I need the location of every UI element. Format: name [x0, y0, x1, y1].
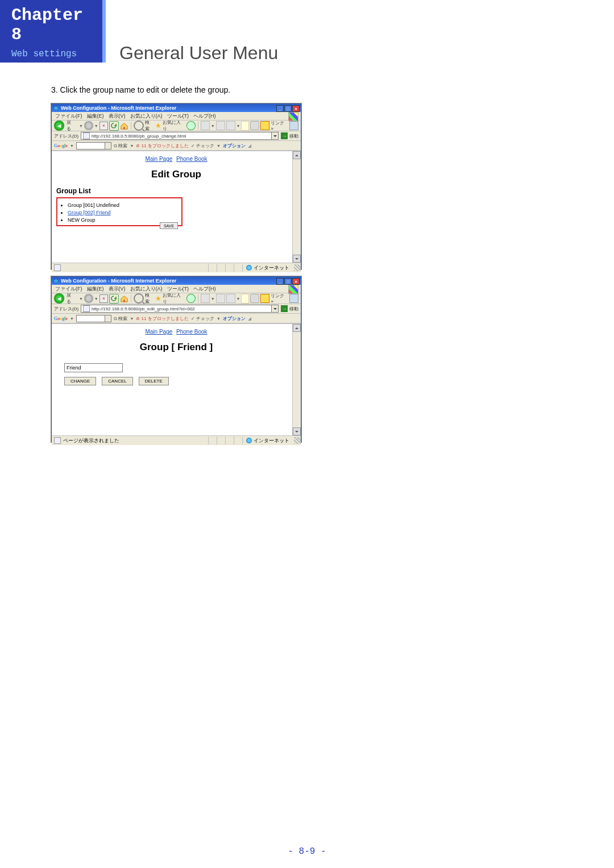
search-icon[interactable] [134, 293, 144, 304]
group-item-001: Group [001] Undefined [68, 202, 179, 209]
google-logo[interactable]: Google [54, 143, 68, 148]
menu-help[interactable]: ヘルプ(H) [193, 113, 216, 120]
minimize-button[interactable]: _ [276, 105, 284, 112]
tools-button[interactable] [250, 294, 259, 303]
back-button[interactable]: ◀ [54, 293, 64, 304]
address-input[interactable]: http://192.168.0.5:8080/pb_group_change.… [81, 132, 279, 140]
menu-favorites[interactable]: お気に入り(A) [130, 285, 163, 293]
notes-button[interactable] [241, 294, 249, 304]
links-label[interactable]: リンク » [271, 293, 288, 304]
history-button[interactable] [186, 121, 196, 130]
menu-file[interactable]: ファイル(F) [55, 113, 82, 120]
status-page-icon [54, 437, 61, 444]
content-pane-group-friend: Main Page Phone Book Group [ Friend ] CH… [52, 323, 301, 435]
back-label: 戻る [67, 119, 76, 132]
print-button[interactable] [216, 294, 225, 303]
extra-button[interactable] [260, 294, 269, 303]
menu-view[interactable]: 表示(V) [109, 285, 126, 293]
home-button[interactable] [120, 122, 128, 130]
windows-flag-icon [288, 112, 298, 121]
google-search-input[interactable] [76, 142, 111, 149]
ie-icon [53, 279, 59, 284]
edit-button[interactable] [226, 121, 235, 130]
address-input[interactable]: http://192.168.0.5:8080/pb_edit_group.ht… [81, 305, 279, 313]
maximize-button[interactable]: □ [284, 105, 292, 112]
menu-edit[interactable]: 編集(E) [87, 113, 104, 120]
stop-button[interactable]: × [99, 122, 108, 130]
resize-grip[interactable] [294, 264, 301, 271]
go-button[interactable]: →移動 [281, 305, 298, 312]
menu-view[interactable]: 表示(V) [109, 113, 126, 120]
menu-tools[interactable]: ツール(T) [167, 285, 189, 293]
refresh-button[interactable] [109, 121, 119, 131]
link-icon[interactable] [289, 121, 298, 130]
change-button[interactable]: CHANGE [64, 377, 96, 385]
status-text: ページが表示されました [63, 437, 119, 445]
group-list-label: Group List [56, 187, 301, 195]
favorites-icon[interactable]: ★ [155, 294, 161, 302]
address-url: http://192.168.0.5:8080/pb_edit_group.ht… [92, 306, 195, 312]
mail-button[interactable] [201, 121, 210, 130]
status-bar: インターネット [52, 263, 301, 272]
google-search-label[interactable]: G 検索 [114, 315, 127, 322]
menu-tools[interactable]: ツール(T) [167, 113, 189, 120]
tools-button[interactable] [250, 121, 259, 130]
google-blocked[interactable]: ⊘ 11 をブロックしました [136, 315, 188, 322]
refresh-button[interactable] [109, 294, 119, 304]
minimize-button[interactable]: _ [276, 278, 284, 285]
close-button[interactable]: × [292, 278, 300, 285]
menu-favorites[interactable]: お気に入り(A) [130, 113, 163, 120]
google-blocked[interactable]: ⊘ 11 をブロックしました [136, 143, 188, 149]
group-name-input[interactable] [64, 363, 123, 372]
search-icon[interactable] [134, 121, 144, 131]
window-title-bar[interactable]: Web Configuration - Microsoft Internet E… [52, 277, 301, 285]
google-options[interactable]: オプション [223, 315, 246, 322]
address-dropdown[interactable] [271, 132, 278, 139]
favorites-icon[interactable]: ★ [155, 122, 161, 130]
address-dropdown[interactable] [271, 305, 278, 312]
google-more-icon[interactable]: ◢ [248, 316, 251, 321]
menu-file[interactable]: ファイル(F) [55, 285, 82, 293]
google-logo[interactable]: Google [54, 316, 68, 321]
google-search-input[interactable] [76, 315, 111, 322]
print-button[interactable] [216, 121, 225, 130]
edit-button[interactable] [226, 294, 235, 303]
link-main-page[interactable]: Main Page [145, 156, 172, 162]
go-button[interactable]: →移動 [281, 132, 298, 139]
menu-help[interactable]: ヘルプ(H) [193, 285, 216, 293]
google-check[interactable]: ✓ チェック [191, 315, 214, 322]
links-label[interactable]: リンク » [271, 120, 288, 131]
mail-button[interactable] [201, 294, 210, 303]
maximize-button[interactable]: □ [284, 278, 292, 285]
menu-edit[interactable]: 編集(E) [87, 285, 104, 293]
stop-button[interactable]: × [99, 294, 108, 303]
delete-button[interactable]: DELETE [139, 377, 169, 385]
scrollbar[interactable] [292, 324, 301, 435]
google-options[interactable]: オプション [223, 143, 246, 149]
google-more-icon[interactable]: ◢ [248, 143, 251, 148]
group-link-friend[interactable]: Group [002] Friend [68, 210, 111, 215]
save-button-partial[interactable]: SAVE [160, 222, 178, 229]
resize-grip[interactable] [294, 437, 301, 444]
cancel-button[interactable]: CANCEL [102, 377, 132, 385]
link-main-page[interactable]: Main Page [145, 329, 172, 335]
forward-button[interactable] [84, 294, 93, 303]
group-list-highlight: Group [001] Undefined Group [002] Friend… [56, 197, 182, 226]
favorites-label: お気に入り [163, 119, 185, 132]
address-bar: アドレス(D) http://192.168.0.5:8080/pb_group… [52, 131, 301, 141]
extra-button[interactable] [260, 121, 269, 130]
link-phone-book[interactable]: Phone Book [176, 329, 208, 335]
history-button[interactable] [186, 294, 196, 303]
heading-group-friend: Group [ Friend ] [52, 342, 301, 353]
scrollbar[interactable] [292, 151, 301, 263]
link-icon[interactable] [289, 294, 298, 303]
home-button[interactable] [120, 294, 128, 303]
notes-button[interactable] [241, 121, 249, 131]
google-check[interactable]: ✓ チェック [191, 143, 214, 149]
forward-button[interactable] [84, 121, 93, 130]
back-button[interactable]: ◀ [54, 121, 64, 131]
window-title-bar[interactable]: Web Configuration - Microsoft Internet E… [52, 104, 301, 112]
google-search-label[interactable]: G 検索 [114, 143, 127, 149]
close-button[interactable]: × [292, 105, 300, 112]
link-phone-book[interactable]: Phone Book [176, 156, 208, 162]
